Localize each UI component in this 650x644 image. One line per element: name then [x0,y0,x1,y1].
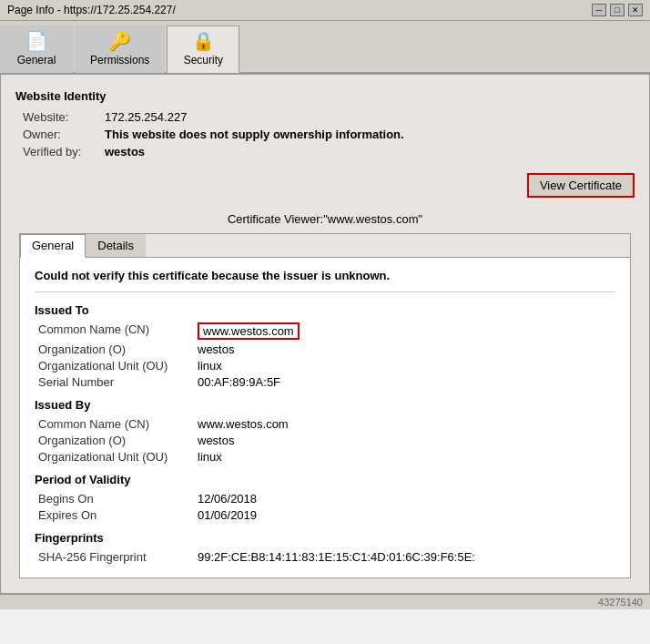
tab-general[interactable]: 📄 General [0,26,73,73]
close-button[interactable]: ✕ [628,4,643,16]
cert-row-org-by: Organization (O) westos [35,434,615,447]
cert-sha256-value: 99:2F:CE:B8:14:11:83:1E:15:C1:4D:01:6C:3… [198,550,475,564]
cert-cn-to-label: Common Name (CN) [38,322,198,340]
owner-row: Owner: This website does not supply owne… [15,128,635,141]
cert-tabs: General Details [20,234,630,258]
website-identity-section: Website Identity Website: 172.25.254.227… [15,89,635,158]
verified-by-row: Verified by: westos [15,145,635,158]
cert-ou-to-label: Organizational Unit (OU) [38,359,198,373]
cert-org-to-value: westos [198,342,234,356]
maximize-button[interactable]: □ [610,4,625,16]
cert-serial-to-value: 00:AF:89:9A:5F [198,375,280,389]
issued-by-title: Issued By [35,398,615,412]
cert-begins-value: 12/06/2018 [198,492,257,506]
tab-permissions-label: Permissions [90,54,149,66]
owner-label: Owner: [23,128,105,141]
bottom-bar: 43275140 [0,594,650,609]
cert-tab-details[interactable]: Details [86,234,146,257]
general-icon: 📄 [25,30,48,52]
bottom-bar-text: 43275140 [598,597,643,608]
cert-row-cn-by: Common Name (CN) www.westos.com [35,417,615,431]
cert-warning: Could not verify this certificate becaus… [35,269,615,292]
title-bar-text: Page Info - https://172.25.254.227/ [7,4,176,16]
cert-viewer-title: Certificate Viewer:"www.westos.com" [15,205,635,233]
cert-content: Could not verify this certificate becaus… [20,258,630,578]
tabs-bar: 📄 General 🔑 Permissions 🔒 Security [0,21,650,74]
cert-cn-to-value: www.westos.com [198,322,300,340]
website-value: 172.25.254.227 [105,110,187,124]
website-identity-title: Website Identity [15,89,635,103]
main-content: Website Identity Website: 172.25.254.227… [0,74,650,594]
cert-row-sha256: SHA-256 Fingerprint 99:2F:CE:B8:14:11:83… [35,550,615,564]
validity-title: Period of Validity [35,473,615,486]
website-label: Website: [23,110,105,124]
cert-row-expires: Expires On 01/06/2019 [35,508,615,522]
cert-ou-by-value: linux [198,450,222,464]
verified-by-label: Verified by: [23,145,105,158]
cert-row-serial-to: Serial Number 00:AF:89:9A:5F [35,375,615,389]
cert-tab-general-label: General [32,239,74,252]
cert-org-to-label: Organization (O) [38,342,198,356]
cert-sha256-label: SHA-256 Fingerprint [38,550,198,564]
cert-row-cn-to: Common Name (CN) www.westos.com [35,322,615,340]
permissions-icon: 🔑 [108,30,131,52]
security-icon: 🔒 [192,30,215,52]
cert-cn-by-value: www.westos.com [198,417,289,431]
tab-security[interactable]: 🔒 Security [167,26,239,73]
tab-security-label: Security [184,54,223,66]
website-row: Website: 172.25.254.227 [15,110,635,124]
owner-value: This website does not supply ownership i… [105,128,404,141]
cert-row-begins: Begins On 12/06/2018 [35,492,615,506]
verified-by-value: westos [105,145,145,158]
fingerprints-title: Fingerprints [35,531,615,545]
cert-org-by-value: westos [198,434,234,447]
minimize-button[interactable]: ─ [592,4,606,16]
cert-serial-to-label: Serial Number [38,375,198,389]
cert-row-org-to: Organization (O) westos [35,342,615,356]
cert-viewer-box: General Details Could not verify this ce… [19,233,631,578]
cert-cn-by-label: Common Name (CN) [38,417,198,431]
view-cert-container: View Certificate [15,173,635,205]
issued-to-title: Issued To [35,303,615,317]
title-bar: Page Info - https://172.25.254.227/ ─ □ … [0,0,650,21]
cert-tab-details-label: Details [97,239,134,252]
cert-ou-to-value: linux [198,359,222,373]
tab-general-label: General [17,54,56,66]
cert-expires-value: 01/06/2019 [198,508,257,522]
cert-row-ou-to: Organizational Unit (OU) linux [35,359,615,373]
cert-org-by-label: Organization (O) [38,434,198,447]
view-certificate-button[interactable]: View Certificate [527,173,635,198]
cert-begins-label: Begins On [38,492,198,506]
cert-row-ou-by: Organizational Unit (OU) linux [35,450,615,464]
tab-permissions[interactable]: 🔑 Permissions [75,26,165,73]
cert-expires-label: Expires On [38,508,198,522]
title-bar-buttons: ─ □ ✕ [592,4,643,16]
cert-ou-by-label: Organizational Unit (OU) [38,450,198,464]
cert-tab-general[interactable]: General [20,234,86,258]
